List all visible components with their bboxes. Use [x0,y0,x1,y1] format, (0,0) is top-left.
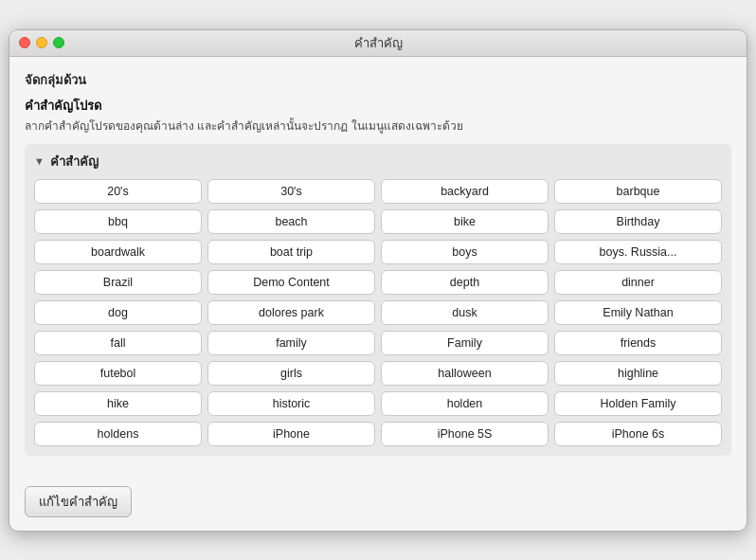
keyword-tag[interactable]: dog [34,300,202,325]
keyword-tag[interactable]: futebol [34,361,202,386]
chevron-down-icon: ▼ [34,155,45,167]
keyword-tag[interactable]: iPhone 6s [554,422,722,446]
pro-section-title: คำสำคัญโปรด [25,96,731,116]
keywords-section-label: คำสำคัญ [50,152,99,172]
keyword-tag[interactable]: Birthday [554,209,722,234]
group-header: จัดกลุ่มด้วน [25,70,731,90]
keyword-tag[interactable]: Demo Content [207,270,375,295]
keyword-tag[interactable]: holden [381,391,549,416]
content-area: จัดกลุ่มด้วน คำสำคัญโปรด ลากคำสำคัญโปรดข… [9,57,747,479]
keyword-tag[interactable]: dinner [554,270,722,295]
keyword-tag[interactable]: friends [554,331,722,355]
keyword-tag[interactable]: backyard [381,179,549,204]
keyword-tag[interactable]: hike [34,391,202,416]
keyword-tag[interactable]: 30's [207,179,375,204]
keyword-tag[interactable]: Holden Family [554,391,722,416]
traffic-lights [19,37,64,48]
window-title: คำสำคัญ [354,33,403,53]
keyword-tag[interactable]: holdens [34,422,202,446]
keyword-tag[interactable]: 20's [34,179,202,204]
footer: แก้ไขคำสำคัญ [9,479,747,531]
pro-section-desc: ลากคำสำคัญโปรดของคุณด้านล่าง และคำสำคัญเ… [25,117,731,135]
minimize-button[interactable] [36,37,47,48]
keyword-tag[interactable]: dusk [381,300,549,325]
main-window: คำสำคัญ จัดกลุ่มด้วน คำสำคัญโปรด ลากคำสำ… [9,29,747,532]
keyword-tag[interactable]: boardwalk [34,240,202,264]
close-button[interactable] [19,37,30,48]
keyword-tag[interactable]: historic [207,391,375,416]
keywords-grid: 20's30'sbackyardbarbquebbqbeachbikeBirth… [34,179,722,446]
keyword-tag[interactable]: boys [381,240,549,264]
edit-keywords-button[interactable]: แก้ไขคำสำคัญ [25,486,132,517]
keyword-tag[interactable]: bbq [34,209,202,234]
maximize-button[interactable] [53,37,64,48]
keywords-section-header[interactable]: ▼ คำสำคัญ [34,152,722,172]
keyword-tag[interactable]: halloween [381,361,549,386]
keyword-tag[interactable]: bike [381,209,549,234]
keyword-tag[interactable]: boat trip [207,240,375,264]
keyword-tag[interactable]: depth [381,270,549,295]
keyword-tag[interactable]: dolores park [207,300,375,325]
keyword-tag[interactable]: iPhone [207,422,375,446]
keyword-tag[interactable]: family [207,331,375,355]
keyword-tag[interactable]: Brazil [34,270,202,295]
keyword-tag[interactable]: Emily Nathan [554,300,722,325]
keyword-tag[interactable]: Family [381,331,549,355]
titlebar: คำสำคัญ [9,30,747,57]
keyword-tag[interactable]: beach [207,209,375,234]
keyword-tag[interactable]: fall [34,331,202,355]
keyword-tag[interactable]: boys. Russia... [554,240,722,264]
keyword-tag[interactable]: iPhone 5S [381,422,549,446]
keyword-tag[interactable]: highline [554,361,722,386]
keywords-section: ▼ คำสำคัญ 20's30'sbackyardbarbquebbqbeac… [25,144,731,456]
keyword-tag[interactable]: barbque [554,179,722,204]
keyword-tag[interactable]: girls [207,361,375,386]
